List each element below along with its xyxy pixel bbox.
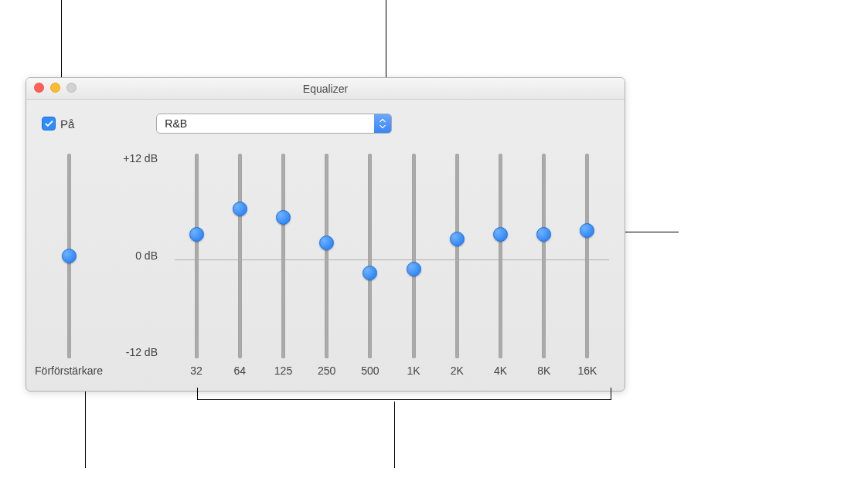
- band-label-8K: 8K: [537, 364, 550, 381]
- band-label-32: 32: [190, 364, 203, 381]
- band-slider-knob-125[interactable]: [276, 210, 291, 225]
- band-slider-knob-2K[interactable]: [450, 232, 465, 246]
- band-slider-knob-64[interactable]: [233, 202, 247, 216]
- band-slider-knob-500[interactable]: [363, 266, 377, 280]
- band-slider-1K[interactable]: [392, 154, 435, 358]
- callout-line: [85, 391, 86, 468]
- band-label-16K: 16K: [577, 364, 597, 381]
- band-slider-4K[interactable]: [478, 154, 522, 358]
- band-slider-knob-32[interactable]: [189, 227, 204, 242]
- band-slider-125[interactable]: [261, 154, 305, 358]
- preset-select[interactable]: R&B: [156, 114, 392, 134]
- band-slider-knob-1K[interactable]: [407, 262, 421, 276]
- band-slider-knob-8K[interactable]: [536, 227, 551, 242]
- band-label-4K: 4K: [494, 364, 507, 381]
- band-slider-knob-250[interactable]: [319, 236, 334, 250]
- preamp-slider-knob[interactable]: [62, 249, 77, 263]
- preset-stepper-icon[interactable]: [374, 114, 391, 133]
- band-slider-8K[interactable]: [523, 154, 566, 358]
- band-slider-2K[interactable]: [435, 154, 478, 358]
- band-slider-500[interactable]: [349, 154, 392, 358]
- equalizer-window: Equalizer På R&B: [26, 77, 625, 392]
- on-checkbox[interactable]: [42, 117, 56, 131]
- band-label-250: 250: [318, 364, 335, 381]
- band-slider-64[interactable]: [218, 154, 261, 358]
- bands-bracket: [197, 388, 611, 400]
- band-label-2K: 2K: [451, 364, 464, 381]
- db-label-top: +12 dB: [123, 152, 158, 164]
- band-slider-32[interactable]: [175, 154, 218, 358]
- close-icon[interactable]: [34, 83, 44, 93]
- band-slider-knob-4K[interactable]: [493, 227, 508, 242]
- band-label-500: 500: [361, 364, 379, 381]
- band-label-1K: 1K: [407, 364, 420, 381]
- preamp-slider[interactable]: [42, 154, 96, 358]
- preset-value: R&B: [157, 117, 374, 130]
- band-slider-250[interactable]: [305, 154, 349, 358]
- band-slider-knob-16K[interactable]: [580, 223, 594, 238]
- band-label-125: 125: [274, 364, 292, 381]
- db-label-bot: -12 dB: [126, 346, 158, 358]
- on-checkbox-label: På: [60, 117, 74, 131]
- preamp-label: Förförstärkare: [35, 364, 103, 381]
- band-slider-16K[interactable]: [566, 154, 609, 358]
- band-label-64: 64: [234, 364, 247, 381]
- db-label-mid: 0 dB: [135, 249, 158, 262]
- db-axis-labels: +12 dB 0 dB -12 dB: [96, 147, 158, 381]
- titlebar[interactable]: Equalizer: [26, 78, 625, 100]
- window-title: Equalizer: [303, 83, 348, 95]
- minimize-icon[interactable]: [50, 83, 60, 93]
- zoom-icon: [66, 83, 77, 93]
- callout-line: [394, 402, 395, 468]
